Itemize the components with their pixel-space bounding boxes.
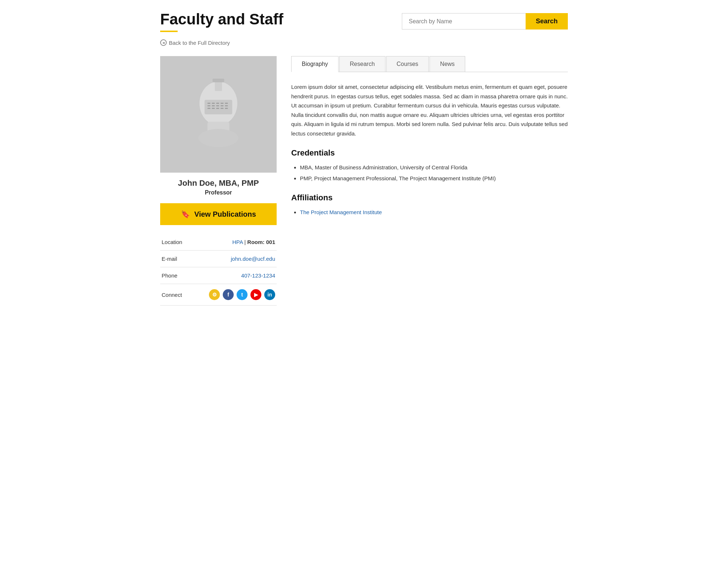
left-panel: John Doe, MBA, PMP Professor 🔖 View Publ… [160, 56, 277, 306]
credentials-list: MBA, Master of Business Administration, … [291, 163, 568, 183]
website-social-icon[interactable]: ⚙ [209, 289, 220, 300]
main-content: John Doe, MBA, PMP Professor 🔖 View Publ… [160, 56, 568, 306]
svg-rect-6 [225, 103, 228, 104]
credential-item-2: PMP, Project Management Professional, Th… [300, 174, 568, 183]
back-link-row: Back to the Full Directory [160, 39, 568, 46]
location-row: Location HPA | Room: 001 [160, 234, 277, 251]
profile-photo [160, 56, 277, 173]
title-underline [160, 31, 178, 32]
svg-rect-10 [221, 105, 223, 106]
phone-row: Phone 407-123-1234 [160, 267, 277, 284]
credential-item-1: MBA, Master of Business Administration, … [300, 163, 568, 172]
svg-rect-15 [221, 108, 223, 109]
view-publications-label: View Publications [194, 210, 256, 219]
back-to-directory-link[interactable]: Back to the Full Directory [160, 39, 568, 46]
tab-news[interactable]: News [430, 56, 465, 72]
tab-biography[interactable]: Biography [291, 56, 339, 72]
location-building-link[interactable]: HPA [232, 239, 243, 245]
youtube-icon-symbol: ▶ [254, 292, 258, 298]
view-publications-button[interactable]: 🔖 View Publications [160, 203, 277, 225]
linkedin-icon-symbol: in [268, 292, 272, 298]
bio-body-text: Lorem ipsum dolor sit amet, consectetur … [291, 82, 568, 138]
phone-value: 407-123-1234 [193, 267, 277, 284]
facebook-icon-symbol: f [228, 292, 229, 298]
email-label: E-mail [160, 251, 193, 267]
bookmark-icon: 🔖 [181, 210, 190, 219]
svg-point-20 [198, 129, 238, 147]
page-title: Faculty and Staff [160, 11, 283, 28]
search-bar: Search [402, 13, 568, 30]
svg-rect-1 [205, 100, 232, 114]
website-icon-symbol: ⚙ [212, 292, 217, 298]
svg-rect-16 [225, 108, 228, 109]
credentials-heading: Credentials [291, 148, 568, 158]
youtube-social-icon[interactable]: ▶ [250, 289, 261, 300]
info-table: Location HPA | Room: 001 E-mail john.doe… [160, 234, 277, 306]
page-header: Faculty and Staff Search [160, 11, 568, 32]
connect-label: Connect [160, 284, 193, 306]
title-block: Faculty and Staff [160, 11, 283, 32]
svg-rect-13 [212, 108, 215, 109]
tab-courses[interactable]: Courses [386, 56, 429, 72]
profile-name: John Doe, MBA, PMP [160, 178, 277, 188]
phone-link[interactable]: 407-123-1234 [241, 272, 275, 279]
affiliation-item-1: The Project Management Institute [300, 208, 568, 217]
svg-rect-17 [215, 81, 222, 91]
svg-rect-4 [216, 103, 219, 104]
tab-content-biography: Lorem ipsum dolor sit amet, consectetur … [291, 82, 568, 217]
right-panel: Biography Research Courses News Lorem ip… [291, 56, 568, 227]
social-icons: ⚙ f t ▶ in [194, 289, 275, 300]
email-value: john.doe@ucf.edu [193, 251, 277, 267]
affiliation-link-1[interactable]: The Project Management Institute [300, 209, 382, 215]
search-input[interactable] [402, 13, 526, 30]
svg-rect-14 [216, 108, 219, 109]
connect-row: Connect ⚙ f t [160, 284, 277, 306]
email-row: E-mail john.doe@ucf.edu [160, 251, 277, 267]
tab-research[interactable]: Research [339, 56, 385, 72]
tabs-bar: Biography Research Courses News [291, 56, 568, 72]
phone-label: Phone [160, 267, 193, 284]
twitter-social-icon[interactable]: t [237, 289, 248, 300]
svg-rect-9 [216, 105, 219, 106]
search-button[interactable]: Search [526, 13, 568, 30]
affiliations-heading: Affiliations [291, 193, 568, 202]
twitter-icon-symbol: t [241, 292, 243, 298]
location-value: HPA | Room: 001 [193, 234, 277, 251]
svg-rect-12 [207, 108, 210, 109]
affiliations-list: The Project Management Institute [291, 208, 568, 217]
svg-rect-18 [213, 79, 224, 82]
connect-value: ⚙ f t ▶ in [193, 284, 277, 306]
location-label: Location [160, 234, 193, 251]
back-link-label: Back to the Full Directory [169, 40, 230, 46]
email-link[interactable]: john.doe@ucf.edu [231, 256, 275, 262]
svg-rect-11 [225, 105, 228, 106]
svg-rect-3 [212, 103, 215, 104]
svg-rect-8 [212, 105, 215, 106]
svg-rect-5 [221, 103, 223, 104]
svg-rect-2 [207, 103, 210, 104]
facebook-social-icon[interactable]: f [223, 289, 234, 300]
back-arrow-icon [160, 39, 167, 46]
svg-rect-7 [207, 105, 210, 106]
profile-title: Professor [160, 189, 277, 196]
location-room: Room: 001 [247, 239, 275, 245]
linkedin-social-icon[interactable]: in [264, 289, 275, 300]
